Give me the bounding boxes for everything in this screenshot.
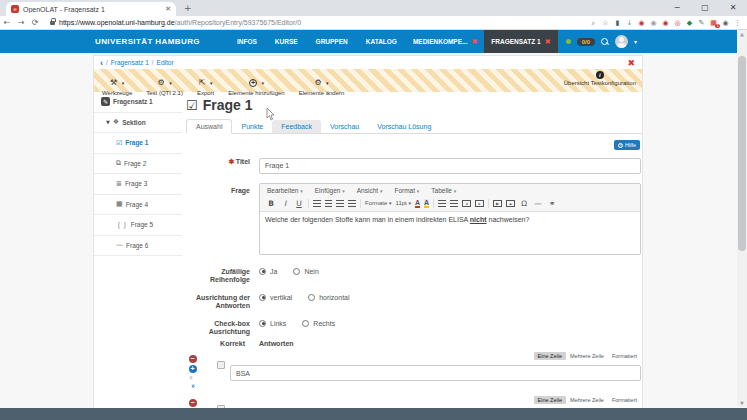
move-up-icon[interactable]: » (190, 375, 196, 380)
menu-einfuegen[interactable]: Einfügen ▾ (315, 187, 345, 194)
tree-item-frage-2[interactable]: ⧉ Frage 2 (94, 154, 182, 175)
menu-format[interactable]: Format ▾ (394, 187, 419, 194)
tree-item-frage-6[interactable]: — Frage 6 (94, 236, 182, 257)
menu-ansicht[interactable]: Ansicht ▾ (357, 187, 383, 194)
breadcrumb-item-fragensatz[interactable]: Fragensatz 1 (111, 59, 149, 66)
scrollbar-thumb[interactable] (738, 56, 746, 251)
nav-item-infos[interactable]: INFOS (228, 38, 266, 45)
message-count-badge[interactable]: 0/0 (577, 38, 595, 46)
test-qti-button[interactable]: ⚙ ▾ Test (QTI 2.1) (146, 71, 183, 96)
tree-item-sektion[interactable]: ▼ ❖ Sektion (94, 113, 182, 134)
tab-medienkompetenz[interactable]: MEDIENKOMPE... ✖ (406, 30, 484, 53)
extension-icon-4[interactable]: ◉ (648, 19, 659, 27)
numbered-list-icon[interactable] (450, 200, 458, 207)
radio-nein[interactable] (293, 268, 300, 275)
align-justify-icon[interactable] (348, 200, 356, 207)
extension-icon-5[interactable]: ◉ (660, 19, 671, 27)
italic-icon[interactable]: I (280, 199, 290, 208)
media-icon[interactable]: ▶ (493, 200, 502, 207)
text-color-icon[interactable]: A (415, 199, 420, 208)
bold-icon[interactable]: B (266, 199, 276, 208)
answer-input[interactable] (230, 365, 641, 381)
special-char-icon[interactable]: Ω (519, 199, 529, 208)
extension-icon-1[interactable]: ▮ (612, 19, 623, 27)
zoom-page-icon[interactable]: ⌕ (588, 19, 599, 27)
uebersicht-testkonfiguration-button[interactable]: i Übersicht Testkonfiguration (564, 71, 636, 86)
move-down-icon[interactable]: » (190, 383, 196, 388)
tree-item-frage-5[interactable]: ❲❳ Frage 5 (94, 215, 182, 236)
reload-icon[interactable]: ⟳ (28, 18, 42, 27)
radio-ja[interactable] (259, 268, 266, 275)
fontsize-select[interactable]: 11pt ▾ (396, 200, 411, 206)
brand-logo[interactable]: UNIVERSITÄT HAMBURG (95, 37, 200, 46)
breadcrumb-item-editor[interactable]: Editor (157, 59, 174, 66)
tab-vorschau-loesung[interactable]: Vorschau Lösung (368, 120, 440, 133)
tab-fragensatz[interactable]: FRAGENSATZ 1 ✖ (484, 30, 557, 53)
forward-icon[interactable]: → (14, 18, 28, 27)
werkzeuge-button[interactable]: ⚒ ▾ Werkzeuge (102, 71, 132, 96)
tree-item-frage-1[interactable]: ☑ Frage 1 (94, 133, 182, 154)
back-icon[interactable]: ← (0, 18, 14, 27)
korrekt-checkbox[interactable] (217, 361, 225, 369)
browser-tab[interactable]: ∞ OpenOLAT - Fragensatz 1 ✕ (6, 2, 176, 16)
extension-icon-6[interactable]: ◎ (672, 19, 683, 27)
tab-formatiert[interactable]: Formatiert (608, 352, 641, 360)
add-answer-icon[interactable]: + (189, 365, 197, 373)
extension-icon-2[interactable]: ↓ (624, 19, 635, 27)
page-scrollbar[interactable]: ▲ ▼ (737, 30, 747, 407)
tab-feedback[interactable]: Feedback (272, 120, 321, 133)
bookmark-star-icon[interactable]: ☆ (600, 19, 611, 27)
new-tab-button[interactable]: + (184, 3, 192, 13)
close-tab-icon[interactable]: ✖ (471, 38, 477, 46)
remove-answer-icon[interactable]: − (189, 355, 197, 363)
tab-auswahl[interactable]: Auswahl (186, 119, 232, 134)
profile-icon[interactable]: ◉ (720, 19, 731, 27)
tab-mehrere-zeile[interactable]: Mehrere Zeile (566, 352, 608, 360)
extension-icon-8[interactable]: ✎ (696, 19, 707, 27)
titel-input[interactable] (259, 158, 641, 174)
https-lock-icon[interactable] (50, 21, 55, 25)
browser-menu-icon[interactable]: ⋮ (732, 19, 743, 27)
tab-punkte[interactable]: Punkte (232, 120, 272, 133)
tree-item-frage-4[interactable]: ▦ Frage 4 (94, 195, 182, 216)
tab-eine-zeile[interactable]: Eine Zeile (534, 396, 566, 404)
nav-item-kurse[interactable]: KURSE (266, 38, 307, 45)
close-editor-icon[interactable]: ✖ (627, 59, 635, 68)
underline-icon[interactable]: U (294, 199, 304, 208)
window-close-icon[interactable]: ✕ (719, 0, 747, 16)
avatar[interactable] (615, 35, 628, 48)
image-icon[interactable]: ▲ (506, 200, 515, 207)
tab-formatiert[interactable]: Formatiert (608, 396, 641, 404)
hilfe-button[interactable]: ? Hilfe (614, 140, 640, 150)
radio-rechts[interactable] (302, 320, 309, 327)
tab-eine-zeile[interactable]: Eine Zeile (534, 352, 566, 360)
indent-icon[interactable]: ▸ (475, 200, 484, 207)
search-icon[interactable] (601, 38, 609, 46)
tree-item-frage-3[interactable]: ≣ Frage 3 (94, 174, 182, 195)
tab-vorschau[interactable]: Vorschau (321, 120, 368, 133)
extension-icon-7[interactable]: ◆ (684, 19, 695, 27)
align-left-icon[interactable] (313, 200, 321, 207)
remove-answer-icon[interactable]: − (189, 399, 197, 407)
scroll-down-icon[interactable]: ▼ (737, 400, 747, 406)
scroll-up-icon[interactable]: ▲ (737, 31, 747, 37)
nav-item-gruppen[interactable]: GRUPPEN (307, 38, 357, 45)
align-right-icon[interactable] (336, 200, 344, 207)
align-center-icon[interactable] (325, 200, 332, 207)
window-maximize-icon[interactable]: ▢ (691, 0, 719, 16)
chevron-down-icon[interactable]: ▾ (634, 38, 637, 45)
tab-mehrere-zeile[interactable]: Mehrere Zeile (566, 396, 608, 404)
radio-horizontal[interactable] (308, 294, 315, 301)
menu-bearbeiten[interactable]: Bearbeiten ▾ (267, 187, 303, 194)
window-minimize-icon[interactable]: − (663, 0, 691, 16)
outdent-icon[interactable]: ◂ (462, 200, 471, 207)
menu-tabelle[interactable]: Tabelle ▾ (431, 187, 456, 194)
extension-icon-3[interactable]: ◉ (636, 19, 647, 27)
highlight-color-icon[interactable]: A (424, 199, 429, 208)
nav-item-katalog[interactable]: KATALOG (357, 38, 406, 45)
caret-down-icon[interactable]: ▼ (106, 119, 110, 125)
bullet-list-icon[interactable] (438, 200, 446, 207)
close-tab-icon[interactable]: ✖ (545, 38, 551, 46)
breadcrumb-back-icon[interactable]: ‹ (100, 58, 103, 68)
editor-content[interactable]: Welche der folgenden Stoffe kann man in … (260, 212, 640, 254)
